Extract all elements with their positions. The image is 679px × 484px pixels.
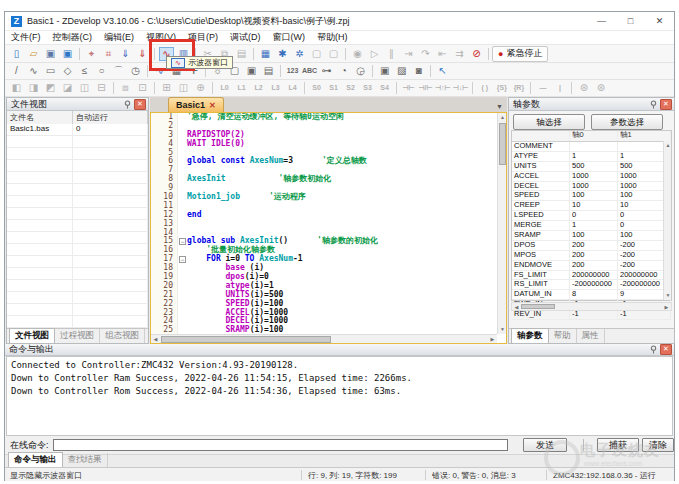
close-button[interactable]: ✕ (645, 13, 674, 30)
file-view-tab-1[interactable]: 过程视图 (55, 329, 100, 343)
line-vertical-icon[interactable]: | (552, 81, 567, 95)
code-line[interactable]: 13 (151, 220, 497, 229)
line-horizontal-icon[interactable]: — (535, 81, 550, 95)
file-view-tab-0[interactable]: 文件视图 (9, 328, 55, 343)
debug-start-icon[interactable]: ◉ (350, 47, 365, 61)
close-panel-icon[interactable]: ✕ (134, 99, 146, 110)
tab-list-dropdown-icon[interactable]: ▼ (496, 103, 503, 110)
editor-vertical-scrollbar[interactable]: ▲ ▼ (497, 113, 506, 334)
image-element-icon[interactable]: ▨ (394, 64, 409, 78)
menu-item-window[interactable]: 窗口(W) (267, 31, 312, 44)
program-page-2-icon[interactable]: ▢ (326, 47, 341, 61)
contact-nc-icon[interactable]: ⊣/⊢ (418, 81, 433, 95)
axis0-value-cell[interactable]: 100 (570, 191, 618, 200)
step-into-icon[interactable]: ⇥ (401, 47, 416, 61)
fold-collapse-icon[interactable]: − (178, 237, 187, 246)
download-ram-icon[interactable]: ⇓ (118, 47, 133, 61)
select-tool-icon[interactable]: ↖ (435, 64, 450, 78)
menu-item-help[interactable]: 帮助(H) (311, 31, 354, 44)
scroll-up-icon[interactable]: ▲ (498, 113, 507, 122)
ladder-center-v-icon[interactable]: ⊟ (94, 81, 109, 95)
axis0-value-cell[interactable]: 1 (570, 221, 618, 230)
scroll-left-icon[interactable]: ◀ (151, 335, 160, 344)
close-panel-icon[interactable]: ✕ (660, 344, 672, 355)
draw-polygon-icon[interactable]: ◇ (60, 64, 75, 78)
scroll-right-icon[interactable]: ▶ (662, 303, 671, 312)
paste-icon[interactable]: ▤ (234, 47, 249, 61)
save-all-icon[interactable]: ▣ (60, 47, 75, 61)
editor-tab-basic1[interactable]: Basic1 ✕ (168, 97, 224, 112)
compile-icon[interactable]: ✱ (275, 47, 290, 61)
coil-out-icon[interactable]: ( ) (477, 81, 492, 95)
code-line[interactable]: 10Motion1_job '运动程序 (151, 193, 497, 202)
output-log[interactable]: Connected to Controller:ZMC432 Version:4… (6, 356, 673, 436)
coil-reset-icon[interactable]: {R} (511, 81, 526, 95)
stop-all-icon[interactable]: ⊘ (469, 47, 484, 61)
ladder-L3-icon[interactable]: L3 (268, 81, 283, 95)
key-element-icon[interactable]: ⊶ (319, 64, 334, 78)
axis-panel-tab-2[interactable]: 属性 (577, 329, 605, 343)
func-block-2-icon[interactable]: ⊛ (593, 81, 608, 95)
capture-button[interactable]: 捕获 (597, 438, 639, 452)
code-line[interactable]: 1'急停, 清空运动缓冲区, 等待轴0运动空闲 (151, 113, 497, 122)
axis0-value-cell[interactable]: 0 (570, 211, 618, 220)
axis-panel-tab-0[interactable]: 轴参数 (511, 328, 549, 343)
contact-falling-icon[interactable]: ⊣↓⊢ (453, 81, 469, 95)
print-icon[interactable]: ▦ (258, 47, 273, 61)
program-page-1-icon[interactable]: ▢ (309, 47, 324, 61)
draw-pie-icon[interactable]: ◷ (128, 64, 143, 78)
scroll-right-icon[interactable]: ▶ (488, 335, 497, 344)
editor-vscroll-thumb[interactable] (499, 123, 506, 165)
download-rom-icon[interactable]: ⇓ (135, 47, 150, 61)
open-project-icon[interactable]: ▱ (26, 47, 41, 61)
contact-no-icon[interactable]: ⊣⊢ (401, 81, 416, 95)
connect-controller-icon[interactable]: ⌖ (84, 47, 99, 61)
code-line[interactable]: 25 SRAMP(i)=100 (151, 326, 497, 334)
ladder-align-bottom-icon[interactable]: ◪ (60, 81, 75, 95)
axis0-value-cell[interactable]: -200000000 (570, 280, 618, 289)
menu-item-controller[interactable]: 控制器(C) (47, 31, 99, 44)
draw-rect-icon[interactable]: ▭ (43, 64, 58, 78)
send-to-back-icon[interactable]: ⊡ (135, 81, 150, 95)
axis-col-axis0-header[interactable]: 轴0 (570, 131, 618, 141)
contact-rising-icon[interactable]: ⊣↑⊢ (435, 81, 451, 95)
minimize-button[interactable]: — (587, 13, 616, 30)
code-line[interactable]: 6global const AxesNum=3 '定义总轴数 (151, 157, 497, 166)
ladder-S3-icon[interactable]: S3 (360, 81, 375, 95)
axis-panel-tab-1[interactable]: 帮助 (549, 329, 577, 343)
axis0-value-cell[interactable]: 1 (570, 152, 618, 161)
pin-icon[interactable] (123, 100, 132, 109)
code-area[interactable]: 1'急停, 清空运动缓冲区, 等待轴0运动空闲23RAPIDSTOP(2)4WA… (151, 113, 497, 334)
ladder-L0-icon[interactable]: L0 (217, 81, 232, 95)
draw-line-icon[interactable]: / (9, 64, 24, 78)
axis0-value-cell[interactable]: 200 (570, 251, 618, 260)
scroll-down-icon[interactable]: ▼ (498, 325, 507, 334)
ladder-align-right-icon[interactable]: ◨ (26, 81, 41, 95)
file-row[interactable]: Basic1.bas0 (7, 124, 148, 136)
ladder-align-left-icon[interactable]: ◧ (9, 81, 24, 95)
component-element-icon[interactable]: ◙ (411, 64, 426, 78)
axis-table-hscroll[interactable]: ◀ ▶ (511, 302, 672, 311)
file-view-tab-2[interactable]: 组态视图 (100, 329, 145, 343)
timer-element-icon[interactable]: ◔ (336, 64, 351, 78)
axis0-value-cell[interactable]: 200000000 (570, 271, 618, 280)
menu-item-file[interactable]: 文件(F) (5, 31, 47, 44)
scroll-down-icon[interactable]: ▼ (664, 291, 672, 300)
online-command-input[interactable] (53, 439, 508, 451)
run-to-cursor-icon[interactable]: ⇉ (452, 47, 467, 61)
editor-hscroll-thumb[interactable] (161, 336, 331, 343)
ladder-L1-icon[interactable]: L1 (234, 81, 249, 95)
debug-run-icon[interactable]: ▷ (367, 47, 382, 61)
tab-close-icon[interactable]: ✕ (209, 101, 216, 110)
column-filename[interactable]: 文件名 (7, 111, 73, 124)
num-element-icon[interactable]: 123 (285, 64, 300, 78)
fold-box[interactable]: − (179, 256, 186, 263)
output-tab-1[interactable]: 查找结果 (63, 453, 108, 467)
draw-arc-icon[interactable]: ⌒ (111, 64, 126, 78)
axis0-value-cell[interactable]: 100 (570, 231, 618, 240)
axis0-value-cell[interactable]: 500 (570, 162, 618, 171)
code-line[interactable]: 12end (151, 211, 497, 220)
axis-hscroll-thumb[interactable] (521, 304, 555, 309)
axis0-value-cell[interactable]: 200 (570, 241, 618, 250)
step-over-icon[interactable]: ↷ (418, 47, 433, 61)
